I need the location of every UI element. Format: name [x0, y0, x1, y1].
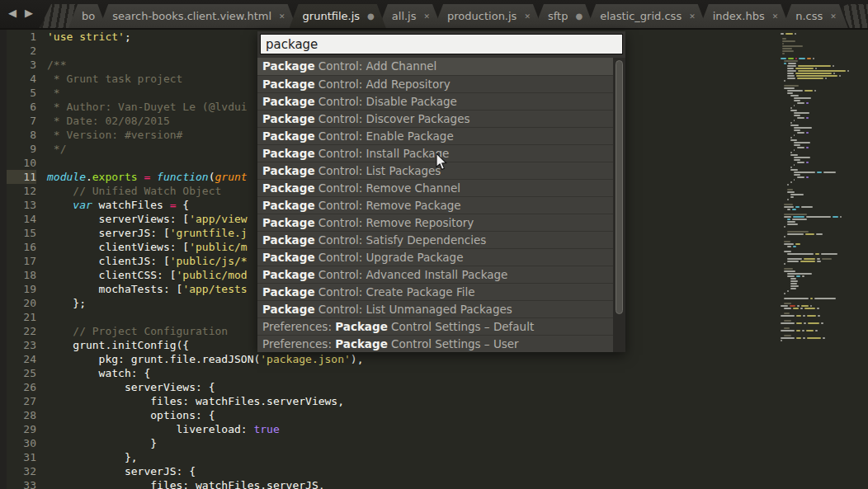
line-number: 26 [7, 380, 36, 394]
tab-gruntfile-js[interactable]: gruntfile.js● [290, 4, 386, 28]
close-icon[interactable]: ✕ [524, 12, 531, 21]
code-line[interactable]: 32 serverJS: { [7, 464, 774, 478]
close-icon[interactable]: ✕ [772, 12, 779, 21]
minimap-row [781, 231, 860, 233]
palette-item[interactable]: Preferences: Package Control Settings – … [257, 317, 613, 335]
tab-sftp[interactable]: sftp● [535, 4, 594, 28]
line-number: 30 [7, 436, 36, 450]
forward-icon[interactable]: ▶ [25, 0, 33, 28]
minimap-row [781, 134, 860, 136]
minimap[interactable] [781, 33, 860, 346]
tab-production-js[interactable]: production.js✕ [434, 4, 542, 28]
line-number: 20 [7, 296, 36, 310]
code-line[interactable]: 26 serverViews: { [7, 380, 774, 394]
code-line[interactable]: 25 watch: { [7, 366, 774, 380]
palette-scrollbar[interactable] [613, 58, 625, 352]
minimap-row [781, 132, 860, 134]
minimap-row [781, 48, 860, 49]
code-line[interactable]: 28 options: { [7, 408, 774, 422]
tab-all-js[interactable]: all.js✕ [379, 4, 441, 28]
palette-item[interactable]: Package Control: List Unmanaged Packages [257, 300, 613, 317]
minimap-row [781, 327, 860, 329]
minimap-row [781, 290, 860, 292]
tab-elastic-grid-css[interactable]: elastic_grid.css✕ [587, 4, 707, 28]
minimap-row [781, 223, 860, 225]
minimap-row [781, 228, 860, 230]
palette-item[interactable]: Package Control: Discover Packages [257, 110, 613, 127]
close-icon[interactable]: ✕ [424, 12, 431, 21]
back-icon[interactable]: ◀ [8, 0, 17, 28]
tab-label: production.js [447, 10, 517, 22]
minimap-row [781, 211, 860, 213]
tab-index-hbs[interactable]: index.hbs✕ [700, 4, 790, 28]
minimap-row [781, 199, 860, 200]
minimap-row [781, 293, 860, 294]
code-line[interactable]: 29 livereload: true [7, 422, 774, 436]
palette-item[interactable]: Package Control: Advanced Install Packag… [257, 266, 613, 283]
code-line[interactable]: 24 pkg: grunt.file.readJSON('package.jso… [7, 352, 774, 366]
minimap-row [781, 40, 860, 42]
minimap-row [781, 280, 860, 282]
palette-item[interactable]: Package Control: Remove Channel [257, 179, 613, 196]
line-number: 17 [7, 254, 36, 268]
minimap-row [781, 157, 860, 158]
minimap-row [781, 85, 860, 87]
palette-item[interactable]: Package Control: Enable Package [257, 127, 613, 144]
minimap-row [781, 92, 860, 94]
palette-item[interactable]: Package Control: Upgrade Package [257, 248, 613, 266]
palette-scrollbar-thumb[interactable] [616, 60, 623, 314]
minimap-row [781, 270, 860, 272]
code-line[interactable]: 27 files: watchFiles.serverViews, [7, 394, 774, 408]
minimap-row [781, 253, 860, 255]
tab-n-css[interactable]: n.css✕ [782, 4, 848, 28]
minimap-row [781, 268, 860, 270]
minimap-row [781, 176, 860, 178]
minimap-row [781, 43, 860, 45]
close-icon[interactable]: ✕ [830, 12, 837, 21]
close-icon[interactable]: ✕ [279, 12, 285, 21]
minimap-row [781, 122, 860, 124]
minimap-row [781, 112, 860, 114]
tab-strip: bosearch-books.client.view.html✕gruntfil… [76, 0, 848, 28]
palette-item[interactable]: Package Control: Remove Package [257, 196, 613, 214]
minimap-row [781, 181, 860, 183]
minimap-row [781, 117, 860, 119]
close-icon[interactable]: ✕ [689, 12, 696, 21]
palette-item[interactable]: Preferences: Package Control Settings – … [257, 335, 613, 352]
minimap-row [781, 105, 860, 106]
palette-item[interactable]: Package Control: Create Package File [257, 283, 613, 300]
palette-item[interactable]: Package Control: Satisfy Dependencies [257, 231, 613, 248]
minimap-row [781, 317, 860, 319]
minimap-row [781, 95, 860, 96]
minimap-row [781, 273, 860, 275]
line-number: 7 [7, 114, 36, 128]
minimap-row [781, 295, 860, 297]
palette-item[interactable]: Package Control: Install Package [257, 144, 613, 162]
palette-item[interactable]: Package Control: Add Channel [257, 58, 613, 75]
minimap-row [781, 305, 860, 307]
line-number: 2 [7, 44, 36, 58]
line-number: 19 [7, 282, 36, 296]
palette-item[interactable]: Package Control: Remove Repository [257, 214, 613, 231]
line-content: * Date: 02/08/2015 [47, 114, 170, 128]
line-number: 12 [7, 184, 36, 198]
minimap-row [781, 184, 860, 186]
code-line[interactable]: 33 files: watchFiles.serverJS, [7, 478, 774, 489]
line-content: } [47, 436, 157, 450]
line-content: }; [47, 296, 86, 310]
minimap-row [781, 142, 860, 143]
tab-label: all.js [392, 10, 417, 22]
line-number: 21 [7, 310, 36, 324]
minimap-row [781, 127, 860, 129]
tab-search-books-client-view-html[interactable]: search-books.client.view.html✕ [99, 4, 296, 28]
line-content: module.exports = function(grunt [47, 170, 248, 184]
palette-search-input[interactable] [260, 34, 623, 54]
tab-label: index.hbs [713, 10, 765, 22]
code-line[interactable]: 31 }, [7, 450, 774, 464]
palette-item[interactable]: Package Control: Disable Package [257, 92, 613, 110]
minimap-row [781, 63, 860, 64]
code-line[interactable]: 30 } [7, 436, 774, 450]
palette-item[interactable]: Package Control: Add Repository [257, 75, 613, 92]
minimap-row [781, 115, 860, 116]
palette-item[interactable]: Package Control: List Packages [257, 162, 613, 179]
